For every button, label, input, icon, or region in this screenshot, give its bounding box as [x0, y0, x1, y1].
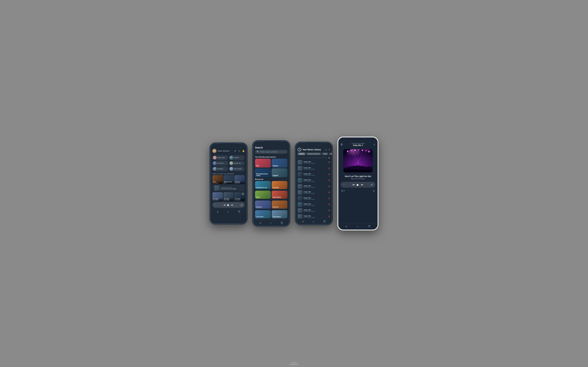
p4-photo-icon[interactable]: ⊡ — [373, 189, 375, 192]
browse-newreleases[interactable]: New releases — [272, 191, 287, 199]
list-item-9[interactable]: Songs I like List of songs 4 songs 📌 — [298, 214, 330, 218]
history-icon[interactable]: ⟳ — [238, 150, 241, 152]
browse-discover1[interactable]: Discover — [255, 200, 271, 209]
list-item-5[interactable]: Songs I like List of songs 4 songs 📌 — [298, 190, 330, 195]
list-name-3: Songs I like — [303, 179, 327, 181]
genre-hiphop[interactable]: HipHop — [272, 159, 287, 167]
list-pin-3: 📌 — [328, 179, 330, 182]
list-sub-3: List of songs 4 songs — [303, 181, 327, 182]
p4-player-controls: ⏮ ▶ ⏭ — [347, 183, 369, 186]
p3-tab-playlists[interactable]: Playlists — [298, 152, 305, 155]
list-info-9: Songs I like List of songs 4 songs — [303, 215, 327, 218]
list-sub-2: List of songs 4 songs — [303, 175, 327, 176]
recent-card-2[interactable]: ✕ As It Was Harry Styles — [234, 192, 245, 201]
p4-heart-icon[interactable]: ♡ — [343, 184, 345, 186]
list-pin-4: 📌 — [328, 185, 330, 188]
browse-hitsongs[interactable]: hit songs — [272, 181, 287, 189]
list-pin-7: 📌 — [328, 203, 330, 206]
genre-english[interactable]: English — [272, 168, 287, 177]
browse-summer[interactable]: The Summer — [272, 210, 287, 218]
list-pin-8: 📌 — [328, 209, 330, 212]
p1-section-label: Listen to a music you once loved — [210, 172, 247, 175]
phone-2-notch — [264, 141, 278, 144]
p3-nav-library[interactable]: ☰ — [323, 220, 326, 223]
p4-check-icon[interactable]: ☑ — [373, 143, 375, 146]
list-item-7[interactable]: Songs I like List of songs 4 songs 📌 — [298, 202, 330, 207]
p3-tab-podcasts[interactable]: Podcasts and shows — [306, 152, 321, 155]
list-item-4[interactable]: Songs I like List of songs 4 songs 📌 — [298, 184, 330, 189]
list-info-8: Songs I like List of songs 4 songs — [303, 209, 327, 212]
browse-designed[interactable]: Designed for you — [255, 181, 271, 189]
recent-card-0[interactable]: As It Was Harry Styles — [212, 192, 223, 201]
phone-3-notch — [306, 142, 321, 146]
p3-grid-icon[interactable]: ⊞ — [328, 157, 330, 159]
p1-prev-btn[interactable]: ⏮ — [224, 204, 226, 206]
p3-sort-icon[interactable]: ↕ — [298, 157, 299, 159]
p1-popular[interactable]: Popular with listeners Ed Sheeran | Day … — [212, 184, 245, 191]
artist-chip-0[interactable]: Adele Laurie — [212, 155, 228, 160]
p1-next-btn[interactable]: ⏭ — [231, 204, 233, 206]
list-item-6[interactable]: Songs I like List of songs 4 songs 📌 — [298, 196, 330, 201]
list-item-2[interactable]: Songs I like List of songs 4 songs 📌 — [298, 172, 330, 177]
browse-disco[interactable]: Disco — [255, 191, 271, 199]
p1-volume-icon[interactable]: 🔊 — [241, 204, 243, 206]
history-card-1[interactable]: Make you say Zedd — [224, 175, 234, 184]
p2-nav-search[interactable]: ⌕ — [270, 221, 272, 225]
genre-pop[interactable]: Pop — [255, 159, 271, 167]
p4-nav: ⌂ ⌕ ☰ — [338, 223, 378, 230]
p2-search-icon: 🔍 — [257, 151, 259, 153]
p3-nav-search[interactable]: ⌕ — [313, 220, 314, 223]
p4-menu-icon[interactable]: ☰ — [341, 143, 343, 146]
p4-nav-library[interactable]: ☰ — [368, 225, 371, 228]
list-pin-2: 📌 — [328, 173, 330, 175]
history-info-1: Make you say Zedd — [224, 181, 234, 184]
p4-nav-search[interactable]: ⌕ — [357, 225, 358, 228]
p4-volume-icon[interactable]: 🔊 — [371, 184, 373, 186]
list-info-4: Songs I like List of songs 4 songs — [303, 185, 327, 188]
list-item-0[interactable]: Songs I like List of songs 4 songs 📌 — [298, 159, 330, 165]
p1-nav-search[interactable]: ⌕ — [227, 210, 229, 213]
p2-nav-home[interactable]: ⌂ — [259, 221, 261, 225]
history-card-0[interactable]: My G Ed Sheeran — [212, 175, 223, 184]
browse-discover2[interactable]: Discover — [272, 200, 287, 209]
p1-nav-library[interactable]: ☰ — [238, 210, 240, 213]
p4-prev-btn[interactable]: ⏮ — [352, 183, 355, 186]
list-item-1[interactable]: Songs I like List of songs 4 songs 📌 — [298, 166, 330, 171]
p3-nav-home[interactable]: ⌂ — [302, 220, 304, 223]
p3-tab-artists[interactable]: Artists — [322, 152, 329, 155]
p4-share-icon[interactable]: ↗ — [343, 189, 345, 192]
list-item-8[interactable]: Songs I like List of songs 4 songs 📌 — [298, 208, 330, 213]
p4-list-icon[interactable]: ☰ — [341, 189, 343, 192]
list-thumb-6 — [298, 196, 302, 201]
p2-search-bar[interactable]: 🔍 Artists, songs or podcasts — [255, 150, 287, 154]
p2-nav-library[interactable]: ☰ — [281, 221, 283, 225]
artist-chip-2[interactable]: Eric Esma — [212, 161, 228, 166]
recent-close-btn[interactable]: ✕ — [242, 193, 244, 195]
p3-add-icon[interactable]: + — [329, 148, 330, 151]
p1-play-btn[interactable]: ▶ — [227, 203, 229, 207]
p1-heart-icon[interactable]: ♡ — [215, 204, 216, 206]
browse-label-3: New releases — [273, 196, 281, 198]
settings-icon[interactable]: ⚙ — [234, 150, 236, 152]
p3-search-icon[interactable]: ⌕ — [325, 148, 327, 151]
history-card-2[interactable]: Freaky G Nicki Minaj — [234, 175, 245, 184]
artist-name-3: Wendy Wei — [234, 163, 241, 164]
notification-icon[interactable]: 🔔 — [242, 150, 245, 152]
artist-chip-4[interactable]: Mwaborje — [212, 167, 228, 171]
list-item-3[interactable]: Songs I like List of songs 4 songs 📌 — [298, 178, 330, 183]
genre-dance[interactable]: Dance/electronic music — [255, 168, 271, 177]
p3-sort-bar — [299, 158, 327, 158]
p4-nav-home[interactable]: ⌂ — [346, 225, 347, 228]
list-sub-0: List of songs 4 songs — [303, 163, 327, 164]
p3-tab-more[interactable]: Podcasts — [329, 152, 332, 155]
artist-chip-5[interactable]: Marc Schulte — [229, 167, 245, 171]
recent-card-1[interactable]: As It Was Harry Styles — [224, 192, 234, 201]
browse-liveevents[interactable]: Live events — [255, 210, 271, 218]
artist-chip-1[interactable]: Eminem — [229, 155, 245, 160]
list-thumb-7 — [298, 202, 302, 207]
p4-next-btn[interactable]: ⏭ — [361, 183, 363, 186]
p1-nav-home[interactable]: ⌂ — [217, 210, 218, 213]
p4-play-btn[interactable]: ▶ — [357, 183, 359, 186]
history-artist-2: Nicki Minaj — [235, 183, 244, 184]
artist-chip-3[interactable]: Wendy Wei — [229, 161, 245, 166]
